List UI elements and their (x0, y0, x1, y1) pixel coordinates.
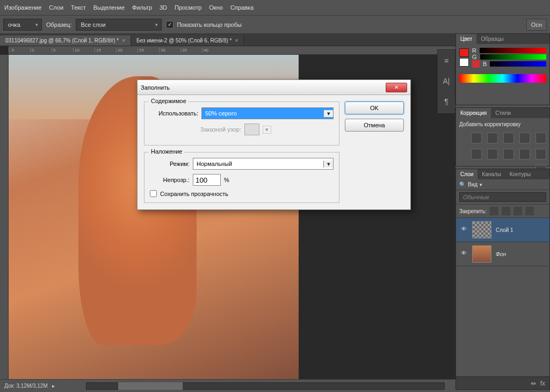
blend-mode-select[interactable]: Обычные (459, 192, 546, 202)
tab-color[interactable]: Цвет (456, 34, 476, 44)
cancel-button[interactable]: Отмена (345, 119, 404, 132)
dialog-title: Заполнить (141, 84, 170, 91)
menu-help[interactable]: Справка (230, 4, 254, 11)
mode-dropdown[interactable]: Нормальный ▾ (193, 158, 334, 170)
g-slider[interactable] (480, 54, 546, 60)
right-panels: ≡ A| ¶ Цвет Образцы R G B (455, 33, 550, 392)
foreground-swatch[interactable] (459, 48, 469, 57)
preserve-transparency-checkbox[interactable] (150, 190, 157, 197)
h-scrollbar-thumb[interactable] (118, 382, 183, 390)
use-label: Использовать: (150, 110, 198, 117)
link-icon[interactable]: ⇔ (531, 380, 536, 387)
menu-3d[interactable]: 3D (160, 4, 167, 11)
background-swatch[interactable] (459, 58, 469, 67)
tab-label: Без имени-2 @ 50% (Слой 6, RGB/8) * (136, 38, 231, 43)
mode-label: Режим: (150, 161, 190, 167)
layer-row[interactable]: 👁 Фон (456, 242, 549, 266)
menu-select[interactable]: Выделение (93, 4, 125, 11)
checkbox-label: Показать кольцо пробы (177, 21, 242, 28)
g-label: G (472, 54, 477, 60)
menu-filter[interactable]: Фильтр (132, 4, 152, 11)
tab-adjustments[interactable]: Коррекция (456, 108, 491, 118)
tab-styles[interactable]: Стили (491, 108, 515, 118)
b-slider[interactable] (490, 61, 546, 67)
adjustments-panel: Коррекция Стили Добавить корректировку (455, 107, 550, 166)
r-slider[interactable] (480, 48, 546, 53)
menu-text[interactable]: Текст (71, 4, 86, 11)
tab-layers[interactable]: Слои (456, 169, 477, 179)
opacity-input[interactable] (193, 174, 221, 186)
layer-thumbnail[interactable] (472, 245, 491, 263)
layer-thumbnail[interactable] (472, 221, 491, 238)
color-spectrum[interactable] (459, 74, 546, 83)
opacity-unit: % (224, 177, 229, 183)
hue-icon[interactable] (471, 149, 482, 159)
mixer-icon[interactable] (535, 149, 546, 159)
history-icon[interactable]: ≡ (439, 53, 454, 68)
fieldset-legend: Содержимое (149, 98, 189, 104)
lock-pixels-icon[interactable] (502, 207, 510, 215)
pattern-swatch (244, 124, 259, 135)
ok-button[interactable]: OK (345, 101, 404, 114)
tab-channels[interactable]: Каналы (477, 169, 505, 179)
status-bar: Док: 3,12M/3,12M ▸ (0, 379, 455, 392)
checkmark-icon: ✓ (168, 21, 172, 27)
arrow-icon[interactable]: ▸ (52, 383, 55, 389)
show-sampling-ring-checkbox[interactable]: ✓ Показать кольцо пробы (166, 21, 242, 28)
opacity-label: Непрозр.: (150, 177, 190, 183)
tab-paths[interactable]: Контуры (505, 169, 535, 179)
layers-footer: ⇔ fx (456, 376, 549, 389)
use-dropdown[interactable]: 50% серого ▾ (201, 107, 334, 119)
options-bar: очка▾ Образец: Все слои▾ ✓ Показать коль… (0, 15, 550, 33)
balance-icon[interactable] (487, 149, 498, 159)
layer-row[interactable]: 👁 Слой 1 (456, 218, 549, 242)
menu-view[interactable]: Просмотр (175, 4, 201, 11)
add-adjust-hint: Добавить корректировку (459, 121, 546, 127)
mode-value: Нормальный (193, 161, 323, 167)
paragraph-icon[interactable]: ¶ (439, 94, 454, 109)
vibrance-icon[interactable] (535, 133, 546, 143)
photo-filter-icon[interactable] (519, 149, 530, 159)
visibility-icon[interactable]: 👁 (459, 250, 468, 258)
lock-all-icon[interactable] (525, 207, 534, 215)
ruler-horizontal: -50510152025303540 (9, 46, 455, 55)
pattern-label: Заказной узор: (150, 126, 241, 133)
r-label: R (472, 47, 476, 54)
close-icon[interactable]: × (235, 38, 238, 43)
fx-icon[interactable]: fx (540, 380, 545, 387)
lock-position-icon[interactable] (513, 207, 522, 215)
workspace-button[interactable]: Осн (526, 19, 547, 31)
close-icon[interactable]: × (122, 38, 125, 43)
exposure-icon[interactable] (519, 133, 530, 143)
tab-doc-2[interactable]: Без имени-2 @ 50% (Слой 6, RGB/8) * × (131, 35, 244, 46)
bw-icon[interactable] (503, 149, 514, 159)
lock-transparency-icon[interactable] (490, 207, 498, 215)
menu-image[interactable]: Изображение (4, 4, 41, 11)
layer-filter-kind[interactable]: Вид (468, 182, 477, 187)
sample-value: Все слои (81, 21, 105, 28)
brightness-icon[interactable] (471, 133, 482, 143)
lock-label: Закрепить: (459, 208, 487, 214)
menu-window[interactable]: Окно (209, 4, 223, 11)
menu-layers[interactable]: Слои (49, 4, 63, 11)
blending-fieldset: Наложение Режим: Нормальный ▾ Непрозр.: … (144, 152, 339, 203)
layer-name: Слой 1 (496, 227, 513, 233)
sample-dropdown[interactable]: Все слои▾ (76, 19, 162, 31)
close-button[interactable]: ✕ (386, 83, 407, 92)
contents-fieldset: Содержимое Использовать: 50% серого ▾ За… (144, 101, 339, 146)
ruler-vertical (0, 55, 9, 379)
character-icon[interactable]: A| (439, 74, 454, 89)
tool-preset-dropdown[interactable]: очка▾ (3, 19, 42, 31)
gamut-warning-icon[interactable] (472, 60, 480, 68)
preserve-label: Сохранить прозрачность (160, 191, 228, 197)
levels-icon[interactable] (487, 133, 498, 143)
chevron-down-icon: ▾ (35, 22, 38, 27)
dialog-titlebar[interactable]: Заполнить ✕ (138, 80, 410, 95)
menubar: Изображение Слои Текст Выделение Фильтр … (0, 0, 550, 15)
curves-icon[interactable] (503, 133, 514, 143)
tab-swatches[interactable]: Образцы (476, 34, 508, 44)
tab-doc-1[interactable]: 03110496827.jpg @ 66,7% (Слой 1, RGB/8#)… (0, 35, 131, 46)
visibility-icon[interactable]: 👁 (459, 226, 468, 234)
chevron-down-icon: ▾ (263, 126, 271, 134)
layer-name: Фон (496, 251, 506, 257)
